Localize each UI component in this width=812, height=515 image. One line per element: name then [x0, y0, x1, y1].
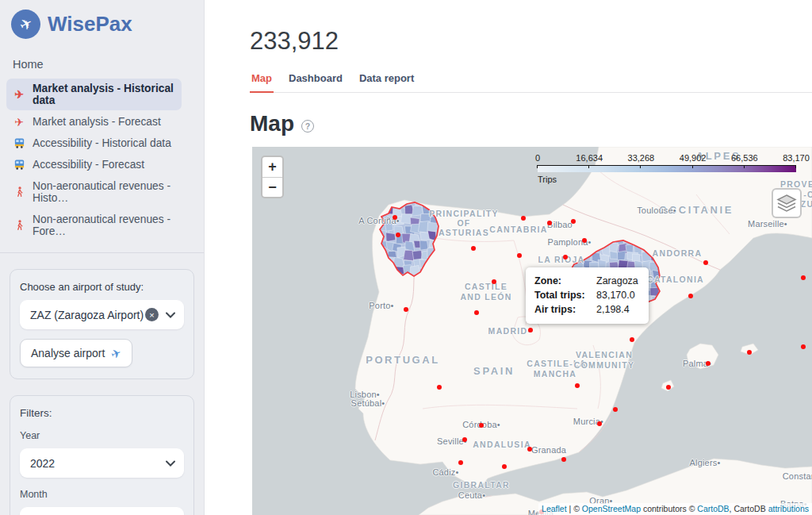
airport-marker[interactable] — [521, 216, 526, 221]
airport-marker[interactable] — [597, 421, 602, 426]
sidebar-item-nonaero-forecast[interactable]: Non-aeronautical revenues - Fore… — [6, 209, 188, 241]
legend-tick: 33,268 — [628, 153, 655, 163]
airport-marker[interactable] — [471, 246, 476, 251]
airport-select-value: ZAZ (Zaragoza Airport) — [30, 309, 145, 321]
kpi-total-trips: 233,912 — [205, 0, 812, 56]
filters-card: Filters: Year 2022 Month Choose an optio… — [10, 395, 194, 515]
help-icon[interactable]: ? — [301, 120, 314, 133]
airport-marker[interactable] — [462, 437, 467, 442]
sidebar-item-label: Market analysis - Historical data — [33, 83, 175, 106]
brand-plane-icon: ✈ — [11, 10, 40, 39]
tooltip-label: Air trips: — [534, 302, 596, 317]
analyse-airport-button[interactable]: Analyse airport ✈ — [20, 339, 132, 367]
sidebar-item-label: Non-aeronautical revenues - Histo… — [33, 180, 182, 204]
clear-selection-icon[interactable]: × — [145, 308, 159, 321]
attribution-link[interactable]: attributions — [768, 504, 809, 513]
tab-bar: Map Dashboard Data report — [250, 72, 812, 93]
legend-tick: 66,536 — [731, 153, 758, 163]
brand-logo[interactable]: ✈ WisePax — [0, 0, 204, 47]
airport-marker[interactable] — [561, 457, 566, 462]
bus-icon — [13, 137, 25, 149]
plane-icon: ✈ — [13, 89, 25, 100]
airport-marker[interactable] — [547, 221, 552, 225]
airport-marker[interactable] — [528, 328, 533, 332]
plane-icon: ✈ — [13, 117, 25, 128]
airport-marker[interactable] — [575, 383, 580, 388]
airport-marker[interactable] — [502, 464, 507, 469]
sidebar-item-nonaero-historical[interactable]: Non-aeronautical revenues - Histo… — [6, 176, 188, 208]
sidebar-item-market-forecast[interactable]: ✈ Market analysis - Forecast — [6, 112, 188, 132]
airport-select[interactable]: ZAZ (Zaragoza Airport) × — [20, 300, 184, 329]
attribution-text: , CartoDB — [730, 504, 768, 513]
layers-control[interactable] — [772, 188, 802, 218]
tooltip-value: 83,170.0 — [596, 288, 635, 302]
sidebar-item-label: Accessibility - Historical data — [33, 137, 171, 149]
month-label: Month — [20, 489, 184, 500]
year-select[interactable]: 2022 — [20, 448, 184, 478]
tab-data-report[interactable]: Data report — [358, 72, 416, 92]
airport-marker[interactable] — [458, 460, 463, 465]
sidebar-item-accessibility-forecast[interactable]: Accessibility - Forecast — [6, 155, 188, 175]
app-window: ✈ WisePax Home ✈ Market analysis - Histo… — [0, 0, 812, 515]
airport-marker[interactable] — [571, 219, 576, 224]
airport-marker[interactable] — [666, 385, 671, 390]
main-content: 233,912 Map Dashboard Data report Map ? — [205, 0, 812, 515]
legend-tick: 83,170 — [783, 153, 810, 163]
map-canvas[interactable]: PRINCIPALITYOFASTURIASCANTABRIALA RIOJAC… — [252, 147, 812, 515]
legend-ticks: 016,63433,26849,90266,53683,170 — [538, 153, 796, 164]
tooltip-label: Total trips: — [534, 288, 596, 302]
airport-marker[interactable] — [517, 253, 522, 258]
airport-marker[interactable] — [474, 310, 479, 315]
airport-marker[interactable] — [801, 275, 806, 280]
analyse-airport-label: Analyse airport — [31, 347, 105, 359]
attribution-text: | © — [567, 504, 582, 513]
sidebar-item-label: Market analysis - Forecast — [33, 116, 161, 128]
airport-marker[interactable] — [706, 361, 710, 366]
airport-marker[interactable] — [582, 238, 587, 243]
tab-dashboard[interactable]: Dashboard — [287, 72, 344, 92]
airport-marker[interactable] — [492, 279, 496, 284]
bus-icon — [13, 159, 25, 171]
sidebar-item-label: Non-aeronautical revenues - Fore… — [33, 213, 182, 237]
tab-map[interactable]: Map — [250, 72, 274, 93]
airport-marker[interactable] — [437, 385, 442, 390]
map-attribution: Leaflet | © OpenStreetMap contributors ©… — [538, 503, 812, 515]
walking-person-icon — [13, 186, 25, 198]
airport-marker[interactable] — [396, 233, 400, 237]
section-title: Map ? — [250, 110, 812, 137]
sidebar-item-accessibility-historical[interactable]: Accessibility - Historical data — [6, 133, 188, 153]
layers-icon — [776, 194, 797, 213]
sidebar-item-market-historical[interactable]: ✈ Market analysis - Historical data — [6, 79, 182, 110]
brand-name: WisePax — [48, 12, 132, 37]
attribution-link[interactable]: Leaflet — [542, 504, 567, 513]
filters-title: Filters: — [20, 407, 184, 419]
airport-marker[interactable] — [703, 260, 708, 265]
map-tooltip: Zone:ZaragozaTotal trips:83,170.0Air tri… — [526, 267, 649, 324]
airport-marker[interactable] — [479, 423, 484, 428]
sidebar-item-label: Accessibility - Forecast — [33, 159, 144, 171]
airport-marker[interactable] — [688, 294, 693, 298]
year-select-value: 2022 — [30, 457, 166, 470]
sidebar-item-home[interactable]: Home — [0, 53, 204, 77]
airport-marker[interactable] — [393, 215, 397, 220]
attribution-link[interactable]: OpenStreetMap — [582, 504, 641, 513]
tooltip-row: Total trips:83,170.0 — [534, 288, 638, 302]
zoom-in-button[interactable]: + — [262, 157, 282, 177]
attribution-link[interactable]: CartoDB — [697, 504, 729, 513]
zoom-out-button[interactable]: − — [262, 177, 282, 197]
sidebar-divider — [0, 252, 204, 253]
airport-marker[interactable] — [404, 307, 408, 312]
tooltip-value: 2,198.4 — [596, 302, 630, 317]
airport-card-label: Choose an airport of study: — [20, 281, 184, 293]
airport-marker[interactable] — [630, 337, 634, 342]
attribution-text: contributors © — [641, 504, 697, 513]
tooltip-rows: Zone:ZaragozaTotal trips:83,170.0Air tri… — [534, 274, 638, 317]
airport-marker[interactable] — [563, 255, 568, 259]
walking-person-icon — [13, 220, 25, 231]
airport-marker[interactable] — [747, 350, 752, 355]
island-mallorca — [687, 344, 718, 369]
airport-marker[interactable] — [801, 344, 806, 349]
airport-marker[interactable] — [613, 407, 618, 412]
month-select[interactable]: Choose an option — [20, 507, 184, 515]
airport-marker[interactable] — [527, 447, 532, 452]
